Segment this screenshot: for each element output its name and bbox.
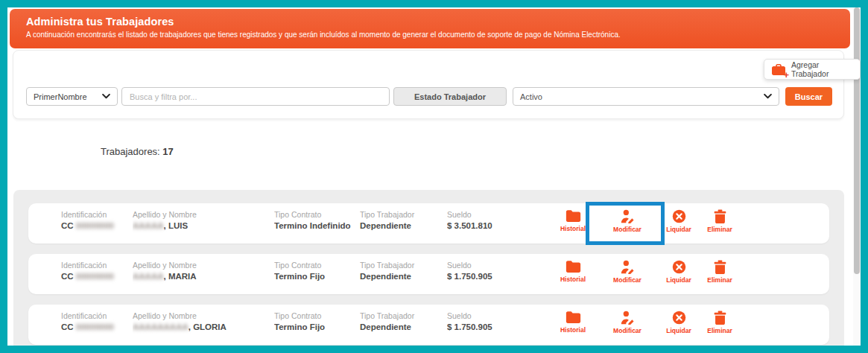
- column-label-id: Identificación: [61, 311, 133, 320]
- liquidar-button[interactable]: Liquidar: [660, 209, 697, 244]
- column-label-id: Identificación: [61, 261, 133, 270]
- workers-count-value: 17: [162, 146, 173, 157]
- x-circle-icon: [672, 260, 686, 274]
- id-cell: Identificación CC 00000000: [61, 305, 133, 345]
- search-input[interactable]: [121, 87, 390, 106]
- redacted-name: AAAAA: [133, 272, 164, 281]
- trash-icon: [714, 311, 726, 325]
- status-select-value: Activo: [520, 92, 542, 101]
- eliminar-label: Eliminar: [707, 226, 732, 233]
- folder-icon: [566, 209, 581, 223]
- column-label-worker-type: Tipo Trabajador: [360, 311, 447, 320]
- table-row: Identificación CC 00000000 Apellido y No…: [28, 203, 829, 244]
- column-label-name: Apellido y Nombre: [133, 311, 274, 320]
- briefcase-plus-icon: [772, 63, 785, 75]
- modificar-button[interactable]: Modificar: [595, 209, 660, 244]
- workers-admin-page: Administra tus Trabajadores A continuaci…: [0, 0, 868, 353]
- table-row: Identificación CC 00000000 Apellido y No…: [28, 305, 829, 345]
- name-cell: Apellido y Nombre AAAAAAAAA, GLORIA: [133, 305, 274, 345]
- modificar-label: Modificar: [613, 276, 642, 284]
- id-type: CC: [61, 272, 74, 281]
- workers-count-label: Trabajadores:: [101, 146, 160, 157]
- modificar-label: Modificar: [613, 327, 642, 334]
- id-cell: Identificación CC 00000000: [61, 254, 133, 294]
- filters-panel: [13, 50, 844, 119]
- redacted-name: AAAAAAAAA: [133, 322, 189, 331]
- worker-type-value: Dependiente: [360, 221, 447, 230]
- scrollbar-thumb[interactable]: [854, 7, 860, 274]
- name-cell: Apellido y Nombre AAAAA, MARIA: [133, 254, 274, 294]
- column-label-worker-type: Tipo Trabajador: [360, 261, 447, 270]
- contract-cell: Tipo Contrato Termino Indefinido: [274, 203, 360, 244]
- redacted-name: AAAAA: [133, 221, 164, 230]
- user-edit-icon: [620, 260, 636, 274]
- table-row: Identificación CC 00000000 Apellido y No…: [28, 254, 829, 294]
- name-visible: , GLORIA: [189, 322, 226, 331]
- historial-label: Historial: [560, 225, 586, 232]
- modificar-button[interactable]: Modificar: [595, 311, 660, 345]
- salary-cell: Sueldo $ 3.501.810: [447, 203, 551, 244]
- add-worker-button[interactable]: Agregar Trabajador: [764, 59, 861, 80]
- user-edit-icon: [620, 209, 636, 223]
- eliminar-button[interactable]: Eliminar: [697, 311, 742, 345]
- contract-value: Termino Indefinido: [274, 221, 360, 230]
- status-select[interactable]: Activo: [513, 87, 779, 106]
- liquidar-label: Liquidar: [666, 276, 691, 284]
- redacted-id: 00000000: [76, 322, 114, 331]
- eliminar-button[interactable]: Eliminar: [697, 260, 742, 294]
- column-label-worker-type: Tipo Trabajador: [360, 210, 447, 219]
- liquidar-button[interactable]: Liquidar: [660, 311, 697, 345]
- user-edit-icon: [620, 311, 636, 325]
- name-visible: , LUIS: [164, 221, 189, 230]
- worker-type-cell: Tipo Trabajador Dependiente: [360, 203, 447, 244]
- search-button[interactable]: Buscar: [785, 87, 832, 106]
- column-label-id: Identificación: [61, 210, 133, 219]
- worker-type-value: Dependiente: [360, 322, 447, 331]
- worker-type-value: Dependiente: [360, 272, 447, 281]
- page-title: Administra tus Trabajadores: [26, 16, 828, 28]
- filter-bar: PrimerNombre Estado Trabajador Activo Bu…: [26, 87, 832, 106]
- row-actions: Historial Modificar Liquidar: [551, 203, 829, 244]
- salary-cell: Sueldo $ 1.750.905: [447, 305, 551, 345]
- field-select-value: PrimerNombre: [34, 92, 87, 101]
- historial-label: Historial: [560, 276, 586, 283]
- trash-icon: [714, 209, 726, 223]
- x-circle-icon: [672, 209, 686, 223]
- salary-value: $ 1.750.905: [447, 322, 551, 331]
- status-filter-label: Estado Trabajador: [393, 87, 507, 106]
- column-label-name: Apellido y Nombre: [133, 261, 274, 270]
- row-actions: Historial Modificar Liquidar: [551, 254, 829, 294]
- trash-icon: [714, 260, 726, 274]
- worker-type-cell: Tipo Trabajador Dependiente: [360, 254, 447, 294]
- column-label-salary: Sueldo: [447, 210, 551, 219]
- chevron-down-icon: [764, 94, 772, 99]
- id-type: CC: [61, 322, 74, 331]
- column-label-salary: Sueldo: [447, 311, 551, 320]
- contract-value: Termino Fijo: [274, 272, 360, 281]
- folder-icon: [566, 311, 581, 324]
- historial-button[interactable]: Historial: [551, 260, 595, 294]
- row-actions: Historial Modificar Liquidar: [551, 305, 829, 345]
- salary-value: $ 3.501.810: [447, 221, 551, 230]
- liquidar-label: Liquidar: [666, 226, 691, 233]
- modificar-button[interactable]: Modificar: [595, 260, 660, 294]
- column-label-contract: Tipo Contrato: [274, 311, 360, 320]
- eliminar-button[interactable]: Eliminar: [697, 209, 742, 244]
- column-label-salary: Sueldo: [447, 261, 551, 270]
- add-worker-label: Agregar Trabajador: [791, 60, 851, 78]
- liquidar-label: Liquidar: [666, 327, 691, 334]
- salary-value: $ 1.750.905: [447, 272, 551, 281]
- eliminar-label: Eliminar: [707, 327, 732, 334]
- historial-button[interactable]: Historial: [551, 311, 595, 345]
- folder-icon: [566, 260, 581, 273]
- workers-count: Trabajadores: 17: [101, 146, 174, 157]
- name-cell: Apellido y Nombre AAAAA, LUIS: [133, 203, 274, 244]
- column-label-name: Apellido y Nombre: [133, 210, 274, 219]
- chevron-down-icon: [102, 94, 110, 99]
- liquidar-button[interactable]: Liquidar: [660, 260, 697, 294]
- historial-button[interactable]: Historial: [551, 209, 595, 244]
- modificar-label: Modificar: [613, 226, 642, 233]
- column-label-contract: Tipo Contrato: [274, 210, 360, 219]
- column-label-contract: Tipo Contrato: [274, 261, 360, 270]
- field-select[interactable]: PrimerNombre: [26, 87, 118, 106]
